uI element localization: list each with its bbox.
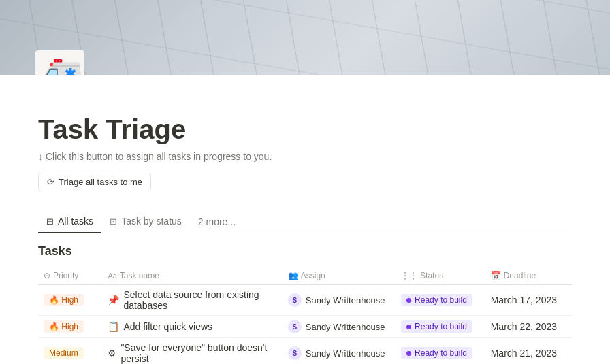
hero-section: 🚑 [0,0,610,75]
status-header-icon: ⋮⋮ [401,271,417,280]
task-icon: ⚙ [108,348,116,359]
assignee-name: Sandy Writtenhouse [306,348,385,359]
tab-all-tasks-label: All tasks [58,216,93,227]
tab-all-tasks-icon: ⊞ [46,216,54,227]
tab-all-tasks[interactable]: ⊞ All tasks [38,210,101,233]
cell-assignee: SSandy Writtenhouse [283,316,396,338]
task-icon: 📋 [108,321,119,332]
status-dot [406,351,411,356]
status-label: Ready to build [415,295,467,305]
triage-icon: ⟳ [47,177,54,187]
avatar: S [288,293,302,307]
col-header-status: ⋮⋮ Status [396,267,485,285]
tabs-more[interactable]: 2 more... [190,211,244,233]
cell-status: Ready to build [396,338,485,365]
tab-task-by-status[interactable]: ⊡ Task by status [101,210,190,233]
priority-header-icon: ⊙ [44,271,50,280]
tasks-table: ⊙ Priority Aa Task name 👥 Assign [38,267,572,364]
cell-priority: Medium [38,338,102,365]
table-row: 🔥 High📋Add filter quick viewsSSandy Writ… [38,316,572,338]
col-header-assign: 👥 Assign [283,267,396,285]
page-title: Task Triage [38,113,572,146]
task-icon: 📌 [108,295,119,305]
status-dot [406,298,411,303]
avatar: S [288,320,302,333]
assign-header-icon: 👥 [288,271,298,280]
cell-assignee: SSandy Writtenhouse [283,285,396,316]
task-header-icon: Aa [108,271,116,280]
status-badge: Ready to build [401,347,472,359]
cell-deadline: March 17, 2023 [485,285,572,316]
col-header-deadline: 📅 Deadline [485,267,572,285]
status-badge: Ready to build [401,294,472,306]
task-name: Select data source from existing databas… [123,289,276,311]
cell-status: Ready to build [396,316,485,338]
cell-status: Ready to build [396,285,485,316]
avatar: S [288,346,302,360]
task-name: Add filter quick views [123,321,212,332]
status-label: Ready to build [415,348,467,358]
status-badge: Ready to build [401,320,472,333]
cell-deadline: March 22, 2023 [485,316,572,338]
section-title: Tasks [38,244,572,259]
table-row: Medium⚙"Save for everyone" button doesn'… [38,338,572,365]
task-name: "Save for everyone" button doesn't persi… [121,342,276,364]
cell-task-name: 📋Add filter quick views [102,316,282,338]
deadline-header-icon: 📅 [491,271,501,280]
cell-assignee: SSandy Writtenhouse [283,338,396,365]
status-dot [406,325,411,329]
status-label: Ready to build [415,322,467,331]
assignee-name: Sandy Writtenhouse [306,295,385,305]
table-row: 🔥 High📌Select data source from existing … [38,285,572,316]
page-icon: 🚑 [35,50,84,75]
cell-priority: 🔥 High [38,316,102,338]
subtitle-text: Click this button to assign all tasks in… [46,151,272,162]
cell-task-name: 📌Select data source from existing databa… [102,285,282,316]
triage-button-label: Triage all tasks to me [59,177,142,187]
assignee-name: Sandy Writtenhouse [306,322,385,332]
tab-task-by-status-icon: ⊡ [110,216,117,227]
priority-badge: 🔥 High [44,320,84,333]
priority-badge: Medium [44,347,84,359]
cell-task-name: ⚙"Save for everyone" button doesn't pers… [102,338,282,365]
col-header-task: Aa Task name [102,267,282,285]
priority-badge: 🔥 High [44,294,84,306]
cell-deadline: March 21, 2023 [485,338,572,365]
page-subtitle: ↓ Click this button to assign all tasks … [38,151,572,162]
subtitle-arrow: ↓ [38,151,43,162]
col-header-priority: ⊙ Priority [38,267,102,285]
tabs-row: ⊞ All tasks ⊡ Task by status 2 more... [38,210,572,233]
triage-button[interactable]: ⟳ Triage all tasks to me [38,173,151,191]
cell-priority: 🔥 High [38,285,102,316]
table-header-row: ⊙ Priority Aa Task name 👥 Assign [38,267,572,285]
tab-task-by-status-label: Task by status [121,216,182,227]
